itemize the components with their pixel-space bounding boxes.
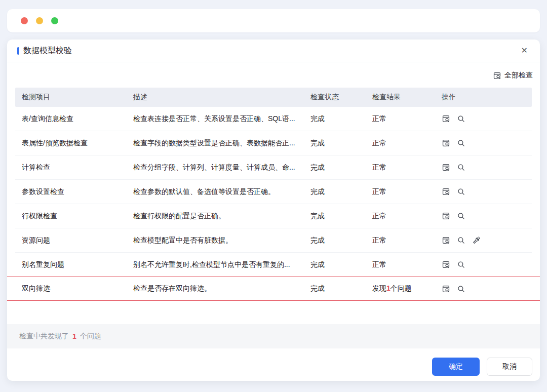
table-header-row: 检测项目 描述 检查状态 检查结果 操作 bbox=[15, 88, 532, 107]
report-search-icon[interactable] bbox=[442, 212, 450, 220]
close-icon[interactable]: ✕ bbox=[519, 45, 530, 57]
table-row: 表/查询信息检查检查表连接是否正常、关系设置是否正确、SQL语...完成正常 bbox=[15, 107, 532, 131]
description-cell: 检查分组字段、计算列、计算度量、计算成员、命... bbox=[133, 163, 310, 172]
status-cell: 完成 bbox=[310, 236, 372, 245]
status-cell: 完成 bbox=[310, 187, 372, 197]
search-icon[interactable] bbox=[457, 163, 465, 172]
table-row: 计算检查检查分组字段、计算列、计算度量、计算成员、命...完成正常 bbox=[15, 155, 532, 180]
search-icon[interactable] bbox=[457, 285, 465, 293]
actions-cell bbox=[442, 187, 532, 196]
dialog-header: 数据模型校验 ✕ bbox=[7, 40, 540, 62]
actions-cell bbox=[442, 236, 532, 245]
status-cell: 完成 bbox=[310, 163, 372, 172]
description-cell: 检查行权限的配置是否正确。 bbox=[133, 212, 310, 221]
search-icon[interactable] bbox=[457, 114, 465, 123]
check-all-button[interactable]: 全部检查 bbox=[493, 71, 533, 80]
summary-problem-count: 1 bbox=[72, 332, 76, 340]
col-header-result: 检查结果 bbox=[372, 93, 442, 102]
validation-table: 检测项目 描述 检查状态 检查结果 操作 表/查询信息检查检查表连接是否正常、关… bbox=[15, 88, 532, 301]
item-cell: 表属性/预览数据检查 bbox=[22, 139, 133, 148]
table-row-problem: 双向筛选检查是否存在双向筛选。完成发现1个问题 bbox=[7, 277, 540, 301]
result-cell: 正常 bbox=[372, 212, 442, 221]
description-cell: 别名不允许重复时,检查模型节点中是否有重复的... bbox=[133, 260, 310, 269]
search-icon[interactable] bbox=[457, 260, 465, 269]
col-header-description: 描述 bbox=[133, 93, 310, 102]
result-cell: 正常 bbox=[372, 139, 442, 148]
description-cell: 检查模型配置中是否有脏数据。 bbox=[133, 236, 310, 245]
status-cell: 完成 bbox=[310, 260, 372, 269]
result-problem-count: 1 bbox=[386, 284, 390, 292]
search-icon[interactable] bbox=[457, 236, 465, 245]
window-zoom-button[interactable] bbox=[51, 17, 58, 24]
table-row: 行权限检查检查行权限的配置是否正确。完成正常 bbox=[15, 204, 532, 228]
col-header-item: 检测项目 bbox=[22, 93, 133, 102]
result-text: 个问题 bbox=[390, 284, 412, 292]
description-cell: 检查参数的默认值、备选值等设置是否正确。 bbox=[133, 187, 310, 197]
status-cell: 完成 bbox=[310, 114, 372, 124]
actions-cell bbox=[442, 285, 540, 293]
window-minimize-button[interactable] bbox=[36, 17, 43, 24]
result-cell: 正常 bbox=[372, 260, 442, 269]
result-cell: 正常 bbox=[372, 236, 442, 245]
table-row: 别名重复问题别名不允许重复时,检查模型节点中是否有重复的...完成正常 bbox=[15, 253, 532, 277]
result-cell: 发现1个问题 bbox=[372, 284, 442, 293]
result-text: 发现 bbox=[372, 284, 386, 292]
description-cell: 检查字段的数据类型设置是否正确、表数据能否正... bbox=[133, 139, 310, 148]
description-cell: 检查表连接是否正常、关系设置是否正确、SQL语... bbox=[133, 114, 310, 124]
table-row: 资源问题检查模型配置中是否有脏数据。完成正常 bbox=[15, 228, 532, 253]
result-cell: 正常 bbox=[372, 114, 442, 124]
table-row: 参数设置检查检查参数的默认值、备选值等设置是否正确。完成正常 bbox=[15, 180, 532, 204]
report-search-icon[interactable] bbox=[442, 163, 450, 172]
search-icon[interactable] bbox=[457, 139, 465, 147]
summary-prefix: 检查中共发现了 bbox=[19, 332, 69, 341]
item-cell: 资源问题 bbox=[22, 236, 133, 245]
col-header-status: 检查状态 bbox=[310, 93, 372, 102]
check-all-label: 全部检查 bbox=[504, 71, 533, 80]
item-cell: 双向筛选 bbox=[22, 284, 133, 293]
report-search-icon[interactable] bbox=[442, 114, 450, 123]
title-accent-bar bbox=[17, 47, 19, 55]
summary-suffix: 个问题 bbox=[80, 332, 101, 341]
summary-bar: 检查中共发现了 1 个问题 bbox=[7, 324, 540, 348]
status-cell: 完成 bbox=[310, 212, 372, 221]
col-header-actions: 操作 bbox=[442, 93, 532, 102]
confirm-button[interactable]: 确定 bbox=[432, 358, 480, 376]
table-row: 表属性/预览数据检查检查字段的数据类型设置是否正确、表数据能否正...完成正常 bbox=[15, 131, 532, 155]
item-cell: 参数设置检查 bbox=[22, 187, 133, 197]
dialog-footer: 确定 取消 bbox=[432, 358, 532, 376]
actions-cell bbox=[442, 163, 532, 172]
dialog-toolbar: 全部检查 bbox=[7, 65, 540, 86]
item-cell: 别名重复问题 bbox=[22, 260, 133, 269]
report-search-icon[interactable] bbox=[442, 236, 450, 245]
report-search-icon[interactable] bbox=[442, 139, 450, 147]
actions-cell bbox=[442, 139, 532, 147]
dialog-title: 数据模型校验 bbox=[23, 46, 72, 56]
actions-cell bbox=[442, 260, 532, 269]
report-search-icon[interactable] bbox=[442, 260, 450, 269]
report-search-icon[interactable] bbox=[442, 285, 450, 293]
search-icon[interactable] bbox=[457, 187, 465, 196]
result-cell: 正常 bbox=[372, 163, 442, 172]
window-close-button[interactable] bbox=[21, 17, 28, 24]
item-cell: 计算检查 bbox=[22, 163, 133, 172]
item-cell: 行权限检查 bbox=[22, 212, 133, 221]
status-cell: 完成 bbox=[310, 139, 372, 148]
actions-cell bbox=[442, 114, 532, 123]
window-titlebar bbox=[7, 9, 540, 32]
search-icon[interactable] bbox=[457, 212, 465, 220]
repair-icon[interactable] bbox=[472, 236, 481, 245]
report-search-icon[interactable] bbox=[442, 187, 450, 196]
report-search-icon bbox=[493, 71, 501, 80]
actions-cell bbox=[442, 212, 532, 220]
description-cell: 检查是否存在双向筛选。 bbox=[133, 284, 310, 293]
status-cell: 完成 bbox=[310, 284, 372, 293]
result-cell: 正常 bbox=[372, 187, 442, 197]
data-model-validation-dialog: 数据模型校验 ✕ 全部检查 检测项目 描述 检查状态 检查结果 操作 表/查询信… bbox=[7, 40, 540, 381]
table-body: 表/查询信息检查检查表连接是否正常、关系设置是否正确、SQL语...完成正常表属… bbox=[15, 107, 532, 301]
item-cell: 表/查询信息检查 bbox=[22, 114, 133, 124]
cancel-button[interactable]: 取消 bbox=[487, 358, 532, 376]
